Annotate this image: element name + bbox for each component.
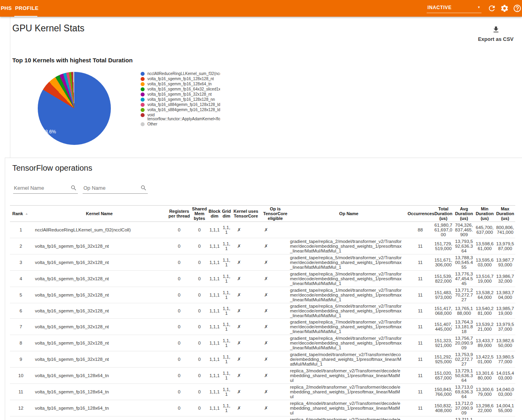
column-header-avg[interactable]: Avg Duration (us) — [454, 206, 474, 222]
tab-graphs-partial[interactable]: PHS — [1, 5, 12, 11]
table-row: 3volta_fp16_sgemm_fp16_32x128_nt001,1,11… — [10, 254, 515, 271]
column-header-op[interactable]: Op Name — [290, 206, 408, 222]
cell-max: 13,986,732,000 — [495, 271, 515, 287]
legend-item[interactable]: volta_fp16_sgemm_fp16_32x128_nt — [141, 92, 220, 96]
cell-registers: 0 — [167, 351, 191, 368]
cell-registers: 0 — [167, 254, 191, 271]
cell-registers: 0 — [167, 400, 191, 416]
cell-grid: 1,1,1 — [222, 400, 231, 416]
legend-item[interactable]: void tensorflow::functor::ApplyAdamKerne… — [141, 113, 220, 121]
kernel-name-filter — [13, 183, 78, 194]
cell-block: 1,1,1 — [207, 287, 222, 303]
legend-item[interactable]: volta_fp16_s884gemm_fp16_128x128_ldg8… — [141, 103, 220, 107]
cell-block: 1,1,1 — [207, 335, 222, 351]
cell-occurrences: 11 — [408, 335, 433, 351]
cell-block: 1,1,1 — [207, 238, 222, 254]
export-csv-button[interactable]: Export as CSV — [474, 25, 518, 42]
section-title: TensorFlow operations — [12, 164, 92, 173]
cell-uses_tc: ✗ — [231, 254, 261, 271]
legend-item[interactable]: volta_fp16_sgemm_fp16_64x32_sliced1x4_nt — [141, 87, 220, 91]
table-row: 6volta_fp16_sgemm_fp16_32x128_nt001,1,11… — [10, 303, 515, 319]
cell-grid: 1,1,1 — [222, 384, 231, 400]
settings-button[interactable] — [499, 3, 510, 14]
cell-occurrences: 11 — [408, 303, 433, 319]
cell-block: 1,1,1 — [207, 368, 222, 384]
column-header-grid[interactable]: Grid dim — [222, 206, 231, 222]
cell-occurrences: 11 — [408, 384, 433, 400]
column-header-occurrences[interactable]: Occurrences — [408, 206, 433, 222]
cell-min: 13,301,680,000 — [474, 368, 495, 384]
tab-profile[interactable]: PROFILE — [15, 5, 39, 11]
cell-shared: 0 — [191, 238, 207, 254]
cell-block: 1,1,1 — [207, 400, 222, 416]
cell-block: 1,1,1 — [207, 271, 222, 287]
run-selector[interactable]: INACTIVE ▼ — [427, 4, 481, 13]
chart-title: Top 10 Kernels with highest Total Durati… — [12, 57, 133, 64]
column-header-kernel[interactable]: Kernel Name — [32, 206, 167, 222]
column-header-rank[interactable]: Rank▲ — [10, 206, 32, 222]
cell-max: 14,015,403,000 — [495, 368, 515, 384]
cell-registers: 0 — [167, 287, 191, 303]
column-header-total[interactable]: Total Duration (us) — [433, 206, 454, 222]
cell-kernel: volta_fp16_sgemm_fp16_32x128_nt — [32, 351, 167, 368]
section-divider — [5, 158, 522, 158]
cell-uses_tc: ✗ — [231, 287, 261, 303]
legend-item[interactable]: volta_fp16_sgemm_fp16_128x64_tn — [141, 82, 220, 86]
cell-max: 14,040,003,000 — [495, 384, 515, 400]
kernel-name-input[interactable] — [13, 183, 78, 193]
cell-rank: 6 — [10, 303, 32, 319]
legend-item[interactable]: ncclAllReduceRingLLKernel_sum_f32(ncclC… — [141, 72, 220, 76]
column-header-max[interactable]: Max Duration (us) — [495, 206, 515, 222]
help-button[interactable] — [512, 3, 522, 14]
cell-kernel: volta_fp16_sgemm_fp16_32x128_nt — [32, 271, 167, 287]
refresh-button[interactable] — [486, 3, 497, 14]
cell-max: 13,982,650,000 — [495, 335, 515, 351]
table-row: 11volta_fp16_sgemm_fp16_128x64_tn001,1,1… — [10, 384, 515, 400]
cell-avg: 13,753,902,272.727 — [454, 351, 474, 368]
cell-kernel: volta_fp16_sgemm_fp16_128x64_tn — [32, 400, 167, 416]
cell-shared: 0 — [191, 368, 207, 384]
refresh-icon — [487, 4, 496, 13]
cell-avg: 13,711,102,363.636 — [454, 416, 474, 420]
column-header-tc_eligible[interactable]: Op is TensorCore eligible — [261, 206, 290, 222]
table-row: 9volta_fp16_sgemm_fp16_32x128_nt001,1,11… — [10, 351, 515, 368]
cell-op: replica_3/model/transformer_v2/Transform… — [290, 368, 408, 384]
legend-label: volta_fp16_sgemm_fp16_128x128_nn — [147, 98, 215, 102]
cell-op: replica_6/model/transformer_v2/Transform… — [290, 416, 408, 420]
cell-total: 151,407,445,000 — [433, 319, 454, 335]
cell-avg: 13,765,188,000 — [454, 303, 474, 319]
column-header-shared[interactable]: Shared Mem bytes — [191, 206, 207, 222]
cell-total: 151,292,925,000 — [433, 351, 454, 368]
table-row: 1ncclAllReduceRingLLKernel_sum_f32(ncclC… — [10, 222, 515, 238]
cell-total: 151,539,822,000 — [433, 271, 454, 287]
op-name-input[interactable] — [83, 183, 148, 193]
legend-item[interactable]: Other — [141, 122, 220, 126]
op-name-filter — [83, 183, 148, 194]
legend-label: void tensorflow::functor::ApplyAdamKerne… — [147, 113, 220, 121]
cell-shared: 0 — [191, 335, 207, 351]
cell-total: 151,483,973,000 — [433, 287, 454, 303]
cell-avg: 13,788,300,545.455 — [454, 254, 474, 271]
page-title: GPU Kernel Stats — [12, 23, 85, 34]
legend-item[interactable]: volta_fp16_sgemm_fp16_128x128_nt — [141, 77, 220, 81]
cell-shared: 0 — [191, 287, 207, 303]
column-header-uses_tc[interactable]: Kernel uses TensorCore — [231, 206, 261, 222]
active-tab-indicator — [14, 16, 37, 17]
legend-item[interactable]: volta_fp16_s884gemm_fp16_128x128_ldg8… — [141, 108, 220, 112]
cell-op: gradient_tape/replica_2/model/transforme… — [290, 238, 408, 254]
legend-item[interactable]: volta_fp16_sgemm_fp16_128x128_nn — [141, 98, 220, 102]
column-header-label: Total Duration (us) — [434, 206, 452, 221]
left-panel-divider-lower — [5, 158, 5, 420]
cell-registers: 0 — [167, 303, 191, 319]
cell-block: 1,1,1 — [207, 351, 222, 368]
cell-kernel: volta_fp16_sgemm_fp16_32x128_nt — [32, 335, 167, 351]
column-header-registers[interactable]: Registers per thread — [167, 206, 191, 222]
column-header-block[interactable]: Block dim — [207, 206, 222, 222]
cell-rank: 2 — [10, 238, 32, 254]
cell-total: 151,417,068,000 — [433, 303, 454, 319]
cell-kernel: volta_fp16_sgemm_fp16_128x64_tn — [32, 416, 167, 420]
cell-rank: 5 — [10, 287, 32, 303]
cell-registers: 0 — [167, 271, 191, 287]
cell-shared: 0 — [191, 254, 207, 271]
column-header-min[interactable]: Min Duration (us) — [474, 206, 495, 222]
